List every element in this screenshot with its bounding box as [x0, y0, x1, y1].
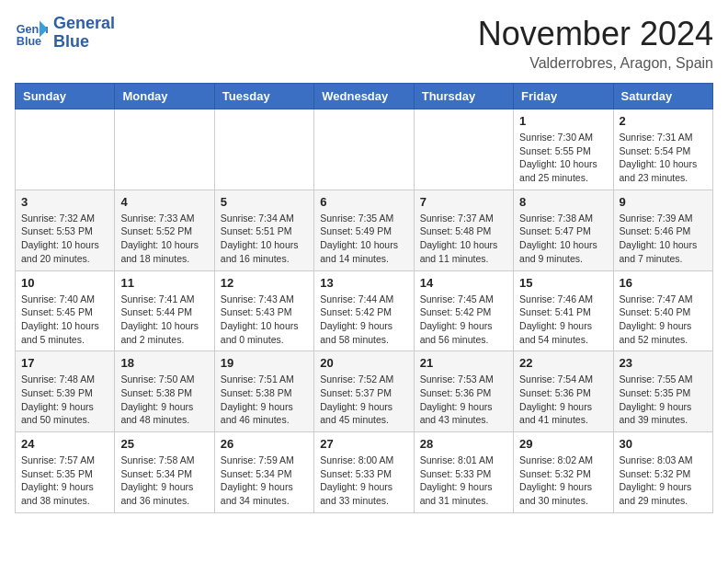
calendar-cell: 16Sunrise: 7:47 AM Sunset: 5:40 PM Dayli…: [613, 270, 712, 351]
calendar-cell: 9Sunrise: 7:39 AM Sunset: 5:46 PM Daylig…: [613, 190, 712, 270]
day-number: 19: [221, 356, 308, 370]
location-title: Valderrobres, Aragon, Spain: [478, 55, 713, 72]
day-info: Sunrise: 7:48 AM Sunset: 5:39 PM Dayligh…: [21, 373, 108, 427]
calendar-cell: 18Sunrise: 7:50 AM Sunset: 5:38 PM Dayli…: [115, 351, 214, 432]
weekday-header-saturday: Saturday: [613, 84, 712, 109]
day-info: Sunrise: 7:35 AM Sunset: 5:49 PM Dayligh…: [320, 212, 407, 266]
weekday-header-sunday: Sunday: [16, 84, 115, 109]
day-info: Sunrise: 8:02 AM Sunset: 5:32 PM Dayligh…: [519, 454, 607, 508]
day-number: 23: [620, 356, 707, 370]
calendar-cell: 22Sunrise: 7:54 AM Sunset: 5:36 PM Dayli…: [514, 351, 613, 432]
day-info: Sunrise: 7:41 AM Sunset: 5:44 PM Dayligh…: [120, 293, 208, 347]
day-number: 10: [21, 276, 108, 290]
calendar-cell: 8Sunrise: 7:38 AM Sunset: 5:47 PM Daylig…: [514, 190, 613, 270]
day-number: 22: [519, 356, 607, 370]
day-number: 1: [519, 114, 607, 128]
day-number: 9: [620, 195, 707, 209]
calendar-cell: 20Sunrise: 7:52 AM Sunset: 5:37 PM Dayli…: [314, 351, 414, 432]
day-info: Sunrise: 7:39 AM Sunset: 5:46 PM Dayligh…: [620, 212, 707, 266]
day-number: 21: [420, 356, 507, 370]
calendar-header-row: SundayMondayTuesdayWednesdayThursdayFrid…: [16, 84, 713, 109]
calendar-cell: [314, 109, 414, 190]
day-number: 26: [221, 437, 308, 451]
calendar-cell: [214, 109, 313, 190]
day-number: 4: [120, 195, 208, 209]
calendar-week-row: 3Sunrise: 7:32 AM Sunset: 5:53 PM Daylig…: [16, 190, 713, 270]
calendar-cell: 7Sunrise: 7:37 AM Sunset: 5:48 PM Daylig…: [414, 190, 513, 270]
calendar-cell: 27Sunrise: 8:00 AM Sunset: 5:33 PM Dayli…: [314, 432, 414, 513]
day-info: Sunrise: 8:00 AM Sunset: 5:33 PM Dayligh…: [320, 454, 407, 508]
day-number: 13: [320, 276, 407, 290]
day-info: Sunrise: 7:59 AM Sunset: 5:34 PM Dayligh…: [221, 454, 308, 508]
day-info: Sunrise: 7:55 AM Sunset: 5:35 PM Dayligh…: [620, 373, 707, 427]
day-info: Sunrise: 7:38 AM Sunset: 5:47 PM Dayligh…: [519, 212, 607, 266]
calendar-cell: [16, 109, 115, 190]
calendar-cell: 12Sunrise: 7:43 AM Sunset: 5:43 PM Dayli…: [214, 270, 313, 351]
logo-area: General Blue General Blue: [15, 15, 115, 52]
calendar-cell: 26Sunrise: 7:59 AM Sunset: 5:34 PM Dayli…: [214, 432, 313, 513]
weekday-header-tuesday: Tuesday: [214, 84, 313, 109]
calendar-cell: 17Sunrise: 7:48 AM Sunset: 5:39 PM Dayli…: [16, 351, 115, 432]
day-info: Sunrise: 7:44 AM Sunset: 5:42 PM Dayligh…: [320, 293, 407, 347]
day-info: Sunrise: 7:52 AM Sunset: 5:37 PM Dayligh…: [320, 373, 407, 427]
calendar-cell: 23Sunrise: 7:55 AM Sunset: 5:35 PM Dayli…: [613, 351, 712, 432]
calendar-week-row: 10Sunrise: 7:40 AM Sunset: 5:45 PM Dayli…: [16, 270, 713, 351]
weekday-header-monday: Monday: [115, 84, 214, 109]
calendar-cell: 4Sunrise: 7:33 AM Sunset: 5:52 PM Daylig…: [115, 190, 214, 270]
calendar-cell: 3Sunrise: 7:32 AM Sunset: 5:53 PM Daylig…: [16, 190, 115, 270]
title-area: November 2024 Valderrobres, Aragon, Spai…: [478, 15, 713, 72]
day-info: Sunrise: 7:45 AM Sunset: 5:42 PM Dayligh…: [420, 293, 507, 347]
day-number: 3: [21, 195, 108, 209]
day-info: Sunrise: 7:58 AM Sunset: 5:34 PM Dayligh…: [120, 454, 208, 508]
day-number: 20: [320, 356, 407, 370]
day-number: 12: [221, 276, 308, 290]
day-number: 25: [120, 437, 208, 451]
day-info: Sunrise: 7:53 AM Sunset: 5:36 PM Dayligh…: [420, 373, 507, 427]
day-number: 17: [21, 356, 108, 370]
day-info: Sunrise: 7:43 AM Sunset: 5:43 PM Dayligh…: [221, 293, 308, 347]
day-number: 5: [221, 195, 308, 209]
month-title: November 2024: [478, 15, 713, 53]
calendar-table: SundayMondayTuesdayWednesdayThursdayFrid…: [15, 83, 713, 513]
day-number: 11: [120, 276, 208, 290]
weekday-header-thursday: Thursday: [414, 84, 513, 109]
calendar-cell: 5Sunrise: 7:34 AM Sunset: 5:51 PM Daylig…: [214, 190, 313, 270]
day-info: Sunrise: 7:57 AM Sunset: 5:35 PM Dayligh…: [21, 454, 108, 508]
day-info: Sunrise: 7:32 AM Sunset: 5:53 PM Dayligh…: [21, 212, 108, 266]
page-header: General Blue General Blue November 2024 …: [15, 15, 713, 72]
day-number: 28: [420, 437, 507, 451]
logo-icon: General Blue: [15, 17, 48, 50]
calendar-cell: [115, 109, 214, 190]
day-info: Sunrise: 7:30 AM Sunset: 5:55 PM Dayligh…: [519, 131, 607, 185]
day-number: 8: [519, 195, 607, 209]
day-number: 2: [620, 114, 707, 128]
day-number: 16: [620, 276, 707, 290]
calendar-cell: 14Sunrise: 7:45 AM Sunset: 5:42 PM Dayli…: [414, 270, 513, 351]
day-number: 27: [320, 437, 407, 451]
calendar-cell: 15Sunrise: 7:46 AM Sunset: 5:41 PM Dayli…: [514, 270, 613, 351]
day-number: 14: [420, 276, 507, 290]
day-number: 7: [420, 195, 507, 209]
day-info: Sunrise: 7:54 AM Sunset: 5:36 PM Dayligh…: [519, 373, 607, 427]
day-info: Sunrise: 7:40 AM Sunset: 5:45 PM Dayligh…: [21, 293, 108, 347]
calendar-week-row: 1Sunrise: 7:30 AM Sunset: 5:55 PM Daylig…: [16, 109, 713, 190]
calendar-cell: 25Sunrise: 7:58 AM Sunset: 5:34 PM Dayli…: [115, 432, 214, 513]
day-info: Sunrise: 7:33 AM Sunset: 5:52 PM Dayligh…: [120, 212, 208, 266]
calendar-cell: 11Sunrise: 7:41 AM Sunset: 5:44 PM Dayli…: [115, 270, 214, 351]
day-number: 15: [519, 276, 607, 290]
logo-text: General Blue: [53, 15, 115, 52]
calendar-cell: 21Sunrise: 7:53 AM Sunset: 5:36 PM Dayli…: [414, 351, 513, 432]
svg-text:Blue: Blue: [17, 34, 41, 47]
calendar-cell: 13Sunrise: 7:44 AM Sunset: 5:42 PM Dayli…: [314, 270, 414, 351]
calendar-cell: 29Sunrise: 8:02 AM Sunset: 5:32 PM Dayli…: [514, 432, 613, 513]
calendar-cell: 19Sunrise: 7:51 AM Sunset: 5:38 PM Dayli…: [214, 351, 313, 432]
weekday-header-wednesday: Wednesday: [314, 84, 414, 109]
calendar-cell: 10Sunrise: 7:40 AM Sunset: 5:45 PM Dayli…: [16, 270, 115, 351]
day-info: Sunrise: 7:46 AM Sunset: 5:41 PM Dayligh…: [519, 293, 607, 347]
calendar-cell: 24Sunrise: 7:57 AM Sunset: 5:35 PM Dayli…: [16, 432, 115, 513]
day-info: Sunrise: 7:34 AM Sunset: 5:51 PM Dayligh…: [221, 212, 308, 266]
day-number: 29: [519, 437, 607, 451]
day-info: Sunrise: 7:37 AM Sunset: 5:48 PM Dayligh…: [420, 212, 507, 266]
day-info: Sunrise: 7:47 AM Sunset: 5:40 PM Dayligh…: [620, 293, 707, 347]
day-number: 6: [320, 195, 407, 209]
